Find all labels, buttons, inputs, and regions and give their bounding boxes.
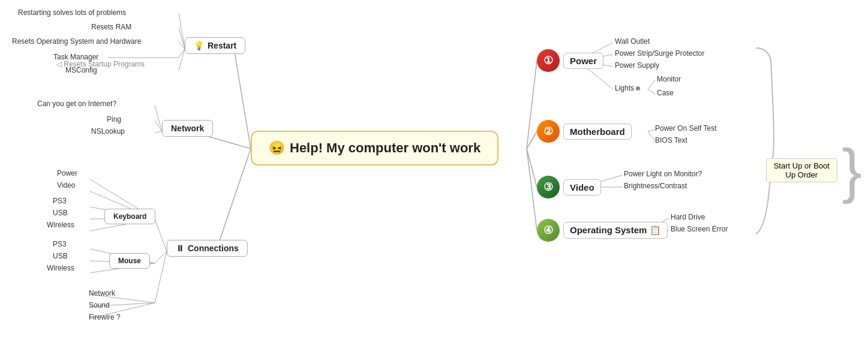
sub-c-sound: Sound bbox=[89, 301, 110, 309]
power-circle: ① bbox=[537, 49, 560, 72]
sub-c-network: Network bbox=[89, 289, 115, 297]
connection-lines bbox=[0, 0, 868, 340]
sub-k-usb: USB bbox=[53, 209, 68, 217]
svg-line-13 bbox=[648, 130, 655, 131]
topic-os: ④ Operating System 📋 bbox=[537, 219, 668, 242]
right-sidebar: Start Up or Boot Up Order } bbox=[766, 0, 868, 340]
sub-restarting-solves: Restarting solves lots of problems bbox=[18, 8, 126, 17]
svg-line-28 bbox=[155, 219, 167, 251]
sub-ping: Ping bbox=[107, 115, 121, 124]
svg-line-21 bbox=[179, 42, 185, 49]
sub-nslookup: NSLookup bbox=[91, 127, 125, 136]
central-label: Help! My computer won't work bbox=[290, 140, 480, 156]
sub-m-ps3: PS3 bbox=[53, 240, 67, 248]
right-brace: } bbox=[842, 140, 862, 200]
network-label: Network bbox=[171, 124, 204, 133]
sub-post: Power On Self Test bbox=[655, 124, 717, 133]
video-label: Video bbox=[563, 179, 601, 195]
sub-case: Case bbox=[657, 89, 674, 97]
video-circle: ③ bbox=[537, 176, 560, 198]
svg-line-14 bbox=[648, 131, 655, 142]
svg-line-2 bbox=[527, 149, 537, 187]
sub-lights: Lights bbox=[615, 84, 642, 92]
svg-line-25 bbox=[155, 105, 162, 131]
svg-line-0 bbox=[527, 61, 537, 149]
motherboard-label: Motherboard bbox=[563, 124, 632, 140]
sub-bios: BIOS Text bbox=[655, 136, 687, 145]
sub-monitor: Monitor bbox=[657, 75, 681, 83]
sub-k-wireless: Wireless bbox=[47, 221, 74, 229]
topic-power: ① Power bbox=[537, 49, 603, 72]
sub-power-supply: Power Supply bbox=[615, 61, 659, 70]
svg-line-1 bbox=[527, 131, 537, 149]
power-label: Power bbox=[563, 53, 603, 69]
svg-line-34 bbox=[155, 251, 167, 263]
sub-wall-outlet: Wall Outlet bbox=[615, 37, 650, 46]
branch-keyboard: Keyboard bbox=[104, 209, 155, 224]
svg-line-19 bbox=[179, 13, 185, 49]
svg-line-22 bbox=[179, 49, 185, 58]
svg-line-38 bbox=[155, 251, 167, 303]
mouse-label: Mouse bbox=[118, 257, 141, 265]
os-label: Operating System 📋 bbox=[563, 222, 668, 239]
restart-label: Restart bbox=[208, 41, 236, 50]
connections-icon: ⏸ bbox=[176, 243, 184, 253]
keyboard-label: Keyboard bbox=[113, 212, 146, 221]
topic-motherboard: ② Motherboard bbox=[537, 120, 632, 143]
sub-k-power: Power bbox=[57, 169, 77, 177]
svg-line-3 bbox=[527, 149, 537, 230]
mindmap: 😖 Help! My computer won't work ① Power W… bbox=[0, 0, 868, 340]
svg-line-26 bbox=[155, 121, 162, 131]
branch-mouse: Mouse bbox=[109, 253, 150, 269]
branch-network: Network bbox=[162, 120, 213, 137]
sub-resets-startup: ◁ Resets Startup Programs bbox=[56, 60, 145, 68]
sub-m-usb: USB bbox=[53, 252, 68, 260]
svg-line-6 bbox=[216, 149, 251, 251]
sub-k-video: Video bbox=[57, 181, 75, 189]
connections-label: Connections bbox=[188, 243, 239, 253]
restart-icon: 💡 bbox=[194, 41, 204, 50]
sub-brightness: Brightness/Contrast bbox=[624, 182, 687, 190]
sub-c-firewire: Firewire ? bbox=[89, 313, 121, 321]
sub-power-strip: Power Strip/Surge Protector bbox=[615, 49, 704, 58]
central-emoji: 😖 bbox=[269, 140, 285, 156]
svg-line-27 bbox=[155, 131, 162, 133]
svg-line-11 bbox=[648, 80, 655, 89]
motherboard-circle: ② bbox=[537, 120, 560, 143]
sidebar-label: Start Up or Boot Up Order bbox=[766, 158, 837, 182]
sub-hard-drive: Hard Drive bbox=[671, 213, 705, 221]
topic-video: ③ Video bbox=[537, 176, 601, 198]
central-node: 😖 Help! My computer won't work bbox=[251, 131, 498, 166]
branch-connections: ⏸ Connections bbox=[167, 240, 248, 257]
sub-resets-ram: Resets RAM bbox=[91, 23, 131, 31]
sub-power-light: Power Light on Monitor? bbox=[624, 170, 702, 178]
sub-blue-screen: Blue Screen Error bbox=[671, 225, 728, 233]
svg-line-24 bbox=[179, 49, 185, 71]
sub-resets-os: Resets Operating System and Hardware bbox=[12, 37, 141, 46]
svg-line-12 bbox=[648, 89, 655, 94]
svg-line-4 bbox=[234, 49, 251, 149]
svg-line-20 bbox=[179, 28, 185, 49]
sub-internet: Can you get on Internet? bbox=[37, 100, 116, 108]
sub-m-wireless: Wireless bbox=[47, 264, 74, 272]
os-circle: ④ bbox=[537, 219, 560, 242]
sub-k-ps3: PS3 bbox=[53, 197, 67, 205]
branch-restart: 💡 Restart bbox=[185, 37, 245, 54]
